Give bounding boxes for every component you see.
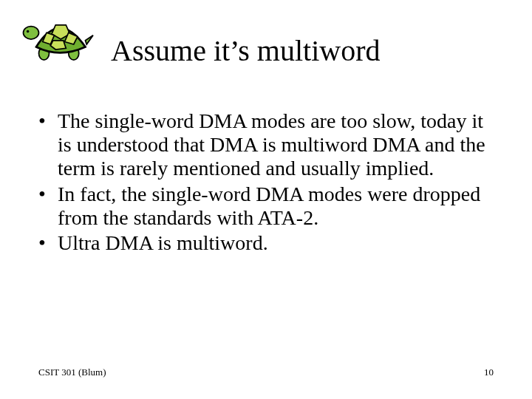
slide: Assume it’s multiword The single-word DM… (0, 0, 532, 399)
svg-point-1 (27, 30, 30, 33)
svg-marker-7 (50, 41, 66, 50)
slide-body: The single-word DMA modes are too slow, … (38, 109, 494, 256)
turtle-clipart (16, 13, 98, 65)
bullet-item: Ultra DMA is multiword. (38, 231, 494, 255)
bullet-item: The single-word DMA modes are too slow, … (38, 109, 494, 181)
footer-course: CSIT 301 (Blum) (38, 366, 106, 378)
bullet-item: In fact, the single-word DMA modes were … (38, 183, 494, 230)
footer-page-number: 10 (484, 366, 494, 378)
slide-title: Assume it’s multiword (111, 35, 510, 66)
svg-point-0 (24, 27, 39, 40)
